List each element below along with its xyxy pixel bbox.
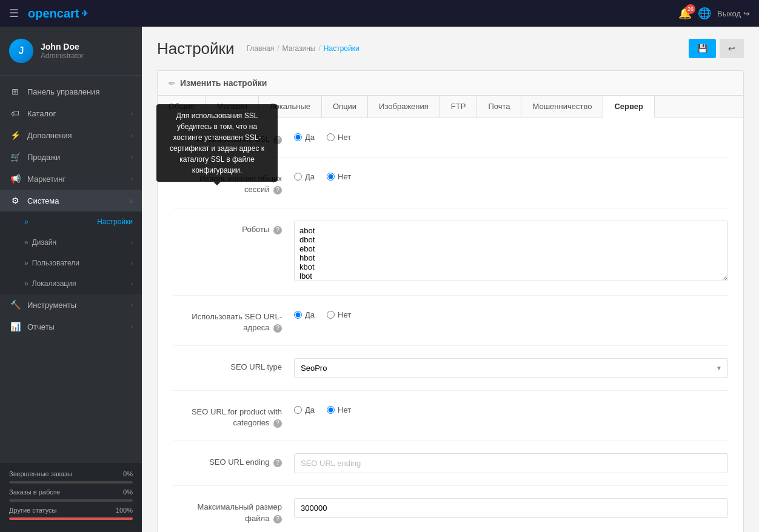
stat-value: 100%: [116, 507, 133, 514]
arrow-icon: »: [24, 238, 28, 247]
ssl-no-label[interactable]: Нет: [327, 133, 351, 142]
shared-sessions-no-radio[interactable]: [327, 173, 335, 181]
card-title: Изменить настройки: [180, 78, 267, 88]
seo-product-cat-no-label[interactable]: Нет: [327, 405, 351, 414]
chevron-right-icon: ›: [131, 132, 133, 139]
sidebar-item-label: Отчеты: [27, 322, 55, 331]
sidebar-item-reports[interactable]: 📊 Отчеты ›: [0, 316, 142, 337]
notifications-button[interactable]: 🔔 26: [678, 7, 692, 20]
shared-sessions-help-icon[interactable]: ?: [273, 186, 282, 195]
tab-ftp[interactable]: FTP: [440, 96, 478, 118]
sidebar-item-label: Продажи: [27, 153, 60, 162]
stat-value: 0%: [123, 470, 133, 477]
chevron-right-icon: ›: [131, 154, 133, 161]
sidebar-item-label: Дополнения: [27, 131, 72, 140]
seo-type-select-wrapper: SeoPro Default: [294, 358, 728, 378]
breadcrumb-settings[interactable]: Настройки: [324, 44, 359, 53]
seo-type-select[interactable]: SeoPro Default: [294, 358, 728, 378]
logo-text: opencart: [28, 7, 79, 21]
arrow-icon: »: [24, 259, 28, 267]
tab-mail[interactable]: Почта: [477, 96, 521, 118]
shared-sessions-no-label[interactable]: Нет: [327, 172, 351, 181]
robots-textarea[interactable]: abot dbot ebot hbot kbot lbot: [294, 221, 728, 281]
robots-help-icon[interactable]: ?: [273, 226, 282, 234]
hamburger-icon[interactable]: ☰: [9, 7, 19, 20]
sidebar-item-users[interactable]: » Пользователи ›: [0, 253, 142, 273]
page-header-left: Настройки Главная / Магазины / Настройки: [157, 39, 359, 58]
logout-label: Выход: [717, 9, 741, 18]
sidebar-item-label: Система: [27, 196, 59, 205]
seo-url-no-radio[interactable]: [327, 311, 335, 319]
form-group-robots: Роботы ? abot dbot ebot hbot kbot lbot: [173, 221, 728, 296]
catalog-icon: 🏷: [9, 108, 21, 118]
seo-product-cat-yes-radio[interactable]: [294, 406, 302, 414]
reports-icon: 📊: [9, 322, 21, 331]
seo-product-cat-help-icon[interactable]: ?: [273, 419, 282, 428]
tab-options[interactable]: Опции: [322, 96, 368, 118]
card-header: ✏ Изменить настройки: [158, 71, 743, 96]
arrow-icon: »: [24, 279, 28, 288]
tab-server[interactable]: Сервер: [603, 96, 655, 118]
seo-ending-input[interactable]: [294, 453, 728, 473]
max-file-label: Максимальный размер файла ?: [173, 498, 294, 524]
tab-fraud[interactable]: Мошенничество: [521, 96, 603, 118]
back-button[interactable]: ↩: [720, 39, 744, 58]
seo-url-no-label[interactable]: Нет: [327, 310, 351, 319]
ssl-yes-label[interactable]: Да: [294, 133, 315, 142]
save-button[interactable]: 💾: [689, 39, 716, 58]
form-group-seo-ending: SEO URL ending ?: [173, 453, 728, 486]
sidebar-item-sales[interactable]: 🛒 Продажи ›: [0, 146, 142, 168]
seo-url-yes-label[interactable]: Да: [294, 310, 315, 319]
sidebar-item-catalog[interactable]: 🏷 Каталог ›: [0, 102, 142, 124]
arrow-icon: »: [24, 218, 28, 226]
sidebar-item-label: Дизайн: [32, 238, 56, 247]
sidebar-item-marketing[interactable]: 📢 Маркетинг ›: [0, 168, 142, 190]
language-button[interactable]: 🌐: [698, 7, 711, 20]
max-file-control: [294, 498, 728, 518]
ssl-no-radio[interactable]: [327, 133, 335, 141]
seo-url-help-icon[interactable]: ?: [273, 324, 282, 333]
max-file-input[interactable]: [294, 498, 728, 518]
main-content: Настройки Главная / Магазины / Настройки…: [142, 27, 759, 532]
chevron-right-icon: ›: [131, 324, 133, 330]
breadcrumb-home[interactable]: Главная: [247, 44, 275, 53]
sidebar-item-design[interactable]: » Дизайн ›: [0, 232, 142, 253]
ssl-yes-radio[interactable]: [294, 133, 302, 141]
tools-icon: 🔨: [9, 300, 21, 310]
dashboard-icon: ⊞: [9, 87, 21, 96]
sidebar-item-localization[interactable]: » Локализация ›: [0, 273, 142, 294]
stat-row-other: Другие статусы 100%: [9, 507, 133, 514]
sidebar-item-addons[interactable]: ⚡ Дополнения ›: [0, 124, 142, 146]
logo: opencart ✈: [28, 7, 89, 21]
chevron-right-icon: ›: [131, 260, 133, 267]
shared-sessions-control: Да Нет: [294, 170, 728, 181]
sidebar-item-dashboard[interactable]: ⊞ Панель управления: [0, 81, 142, 102]
seo-url-yes-radio[interactable]: [294, 311, 302, 319]
chevron-right-icon: ›: [131, 302, 133, 308]
breadcrumb: Главная / Магазины / Настройки: [247, 44, 359, 53]
seo-product-cat-yes-label[interactable]: Да: [294, 405, 315, 414]
sidebar-item-settings[interactable]: » Настройки: [0, 211, 142, 232]
shared-sessions-radio-group: Да Нет: [294, 170, 728, 181]
sidebar-item-label: Пользователи: [32, 259, 79, 267]
breadcrumb-stores[interactable]: Магазины: [283, 44, 316, 53]
shared-sessions-yes-radio[interactable]: [294, 173, 302, 181]
logout-button[interactable]: Выход ↪: [717, 9, 750, 18]
stat-label: Заказы в работе: [9, 488, 60, 496]
sidebar-item-system[interactable]: ⚙ Система ∨: [0, 190, 142, 211]
form-group-seo-product-cat: SEO URL for product with categories ? Да…: [173, 403, 728, 441]
sales-icon: 🛒: [9, 152, 21, 162]
max-file-help-icon[interactable]: ?: [273, 515, 282, 524]
seo-product-cat-no-radio[interactable]: [327, 406, 335, 414]
stat-bar-completed: [9, 481, 133, 484]
shared-sessions-yes-label[interactable]: Да: [294, 172, 315, 181]
seo-ending-label: SEO URL ending ?: [173, 453, 294, 468]
chevron-right-icon: ›: [131, 239, 133, 246]
sidebar-item-label: Маркетинг: [27, 175, 65, 184]
sidebar-item-tools[interactable]: 🔨 Инструменты ›: [0, 294, 142, 316]
tab-images[interactable]: Изображения: [368, 96, 440, 118]
stat-label: Звершенные заказы: [9, 470, 72, 477]
chevron-right-icon: ›: [131, 281, 133, 287]
sidebar-item-label: Настройки: [97, 218, 133, 226]
seo-ending-help-icon[interactable]: ?: [273, 459, 282, 467]
